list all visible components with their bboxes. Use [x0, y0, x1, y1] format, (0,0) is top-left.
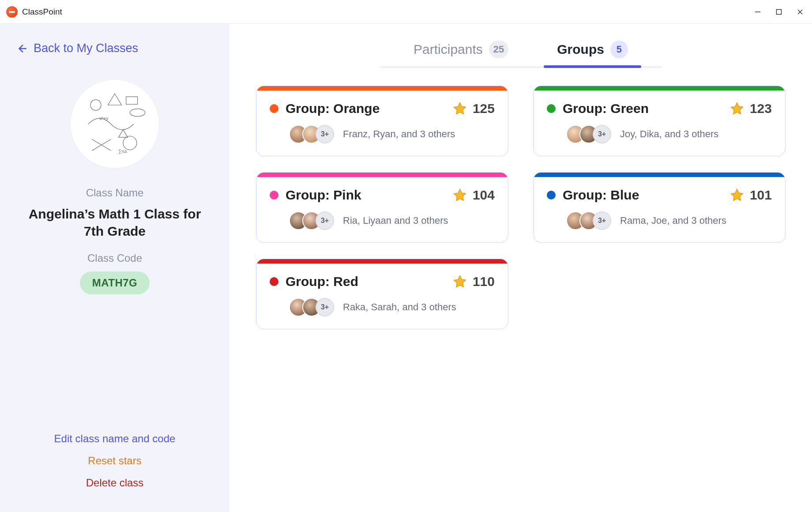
color-dot [270, 104, 278, 113]
back-label: Back to My Classes [34, 41, 138, 55]
reset-stars-link[interactable]: Reset stars [88, 455, 141, 467]
app-icon [6, 6, 18, 18]
points-value: 104 [473, 188, 495, 203]
card-body: Group: Orange 125 3+ Franz, [256, 90, 508, 156]
arrow-left-icon [16, 43, 27, 54]
color-dot [270, 191, 278, 200]
main-panel: Participants 25 Groups 5 Group: Orange [229, 24, 812, 512]
tab-participants[interactable]: Participants 25 [414, 37, 508, 66]
tab-participants-count: 25 [489, 41, 508, 58]
card-members-row: 3+ Rama, Joe, and 3 others [547, 211, 772, 230]
card-head: Group: Orange 125 [270, 101, 495, 116]
group-title: Group: Green [563, 101, 649, 116]
group-card-green[interactable]: Group: Green 123 3+ Joy, Dik [533, 86, 786, 156]
card-body: Group: Pink 104 3+ Ria, Liya [256, 177, 508, 242]
app-body: Back to My Classes x²+y ∑πΔ [0, 24, 812, 512]
class-code-label: Class Code [87, 252, 142, 264]
points-value: 125 [473, 101, 495, 116]
math-doodle-icon: x²+y ∑πΔ [77, 86, 153, 162]
group-points: 110 [452, 274, 495, 289]
avatar-more-badge: 3+ [316, 125, 334, 143]
avatar-more-badge: 3+ [593, 125, 611, 143]
star-icon [729, 101, 744, 116]
svg-point-10 [123, 136, 137, 150]
card-title-wrap: Group: Red [270, 274, 358, 289]
group-points: 101 [729, 188, 772, 203]
members-text: Ria, Liyaan and 3 others [343, 215, 448, 226]
points-value: 101 [750, 188, 772, 203]
group-card-grid: Group: Orange 125 3+ Franz, [256, 86, 786, 329]
tab-participants-label: Participants [414, 42, 483, 57]
card-members-row: 3+ Ria, Liyaan and 3 others [270, 211, 495, 230]
close-button[interactable] [796, 8, 804, 16]
close-icon [797, 8, 804, 15]
color-dot [547, 191, 556, 200]
svg-marker-6 [108, 94, 122, 105]
title-bar: ClassPoint [0, 0, 812, 24]
group-card-red[interactable]: Group: Red 110 3+ Raka, Sara [256, 259, 508, 329]
avatar-stack: 3+ [289, 211, 334, 230]
class-avatar: x²+y ∑πΔ [71, 80, 159, 168]
back-to-classes-link[interactable]: Back to My Classes [16, 41, 138, 55]
card-head: Group: Pink 104 [270, 188, 495, 203]
delete-class-link[interactable]: Delete class [86, 477, 144, 489]
card-accent [534, 173, 785, 177]
tab-groups-label: Groups [557, 42, 604, 57]
tabs: Participants 25 Groups 5 [256, 37, 786, 66]
tab-groups[interactable]: Groups 5 [557, 37, 628, 66]
group-card-blue[interactable]: Group: Blue 101 3+ Rama, Joe [533, 172, 786, 243]
card-accent [534, 86, 785, 90]
class-code-pill: MATH7G [80, 271, 150, 294]
minimize-button[interactable] [754, 8, 762, 16]
svg-text:∑πΔ: ∑πΔ [119, 149, 128, 154]
class-name-value: Angelina’s Math 1 Class for 7th Grade [22, 205, 207, 240]
card-accent [256, 173, 508, 177]
color-dot [270, 277, 278, 286]
minimize-icon [754, 8, 761, 15]
members-text: Raka, Sarah, and 3 others [343, 301, 456, 313]
svg-point-5 [90, 100, 101, 110]
card-members-row: 3+ Franz, Ryan, and 3 others [270, 125, 495, 143]
card-title-wrap: Group: Blue [547, 188, 639, 203]
title-bar-left: ClassPoint [6, 6, 62, 18]
maximize-button[interactable] [775, 8, 783, 16]
avatar-more-badge: 3+ [316, 298, 334, 316]
group-card-orange[interactable]: Group: Orange 125 3+ Franz, [256, 86, 508, 156]
group-points: 125 [452, 101, 495, 116]
group-title: Group: Blue [563, 188, 639, 203]
avatar-stack: 3+ [566, 211, 611, 230]
group-points: 123 [729, 101, 772, 116]
members-text: Rama, Joe, and 3 others [620, 215, 726, 226]
card-body: Group: Blue 101 3+ Rama, Joe [534, 177, 785, 242]
avatar-stack: 3+ [289, 125, 334, 143]
group-card-pink[interactable]: Group: Pink 104 3+ Ria, Liya [256, 172, 508, 243]
star-icon [452, 274, 467, 289]
card-body: Group: Green 123 3+ Joy, Dik [534, 90, 785, 156]
avatar-more-badge: 3+ [316, 211, 334, 230]
class-name-label: Class Name [86, 187, 144, 199]
group-title: Group: Pink [286, 188, 361, 203]
card-head: Group: Green 123 [547, 101, 772, 116]
avatar-stack: 3+ [289, 298, 334, 316]
maximize-icon [776, 9, 782, 15]
edit-class-link[interactable]: Edit class name and code [54, 433, 176, 445]
group-title: Group: Orange [286, 101, 380, 116]
sidebar: Back to My Classes x²+y ∑πΔ [0, 24, 229, 512]
card-head: Group: Blue 101 [547, 188, 772, 203]
app-title: ClassPoint [22, 7, 62, 17]
star-icon [452, 188, 467, 203]
group-points: 104 [452, 188, 495, 203]
color-dot [547, 104, 556, 113]
card-members-row: 3+ Joy, Dika, and 3 others [547, 125, 772, 143]
members-text: Franz, Ryan, and 3 others [343, 128, 455, 140]
star-icon [452, 101, 467, 116]
points-value: 123 [750, 101, 772, 116]
svg-text:x²+y: x²+y [100, 116, 109, 121]
points-value: 110 [473, 274, 495, 289]
card-title-wrap: Group: Pink [270, 188, 361, 203]
card-head: Group: Red 110 [270, 274, 495, 289]
star-icon [729, 188, 744, 203]
avatar-stack: 3+ [566, 125, 611, 143]
card-members-row: 3+ Raka, Sarah, and 3 others [270, 298, 495, 316]
card-accent [256, 259, 508, 264]
